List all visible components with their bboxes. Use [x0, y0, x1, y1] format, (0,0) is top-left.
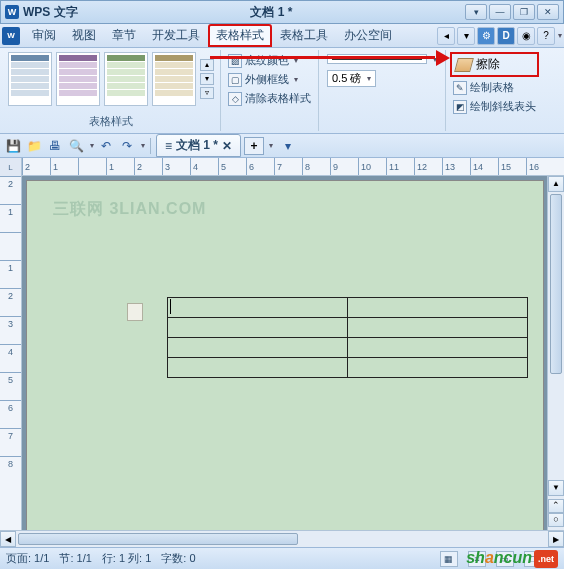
table-style-3[interactable]	[104, 52, 148, 106]
chevron-down-icon[interactable]: ▾	[90, 141, 94, 150]
tab-close-icon[interactable]: ✕	[222, 139, 232, 153]
horizontal-scrollbar[interactable]: ◀ ▶	[0, 530, 564, 547]
scroll-down-button[interactable]: ▼	[548, 480, 564, 496]
diagonal-icon: ◩	[453, 100, 467, 114]
horizontal-ruler[interactable]: L 2112345678910111213141516	[0, 158, 564, 176]
maximize-button[interactable]: ❐	[513, 4, 535, 20]
preview-button[interactable]: 🔍	[67, 137, 85, 155]
eraser-icon	[454, 58, 474, 72]
table-style-1[interactable]	[8, 52, 52, 106]
table-row[interactable]	[168, 338, 528, 358]
scroll-left-button[interactable]: ◀	[0, 531, 16, 547]
pencil-icon: ✎	[453, 81, 467, 95]
table-row[interactable]	[168, 298, 528, 318]
eraser-button[interactable]: 擦除	[450, 52, 539, 77]
chevron-down-icon: ▾	[294, 75, 298, 84]
table-style-2[interactable]	[56, 52, 100, 106]
vertical-scrollbar[interactable]: ▲ ▼ ⌃ ○	[547, 176, 564, 530]
outer-border-button[interactable]: ▢外侧框线▾	[225, 71, 314, 88]
chevron-down-icon: ▾	[294, 56, 298, 65]
scroll-right-button[interactable]: ▶	[548, 531, 564, 547]
app-name: WPS 文字	[23, 4, 78, 21]
help-icon[interactable]: ?	[537, 27, 555, 45]
wps-menu-button[interactable]: W	[2, 27, 20, 45]
shading-icon: ▨	[228, 54, 242, 68]
d-icon[interactable]: D	[497, 27, 515, 45]
scroll-thumb[interactable]	[550, 194, 562, 374]
settings-icon[interactable]: ⚙	[477, 27, 495, 45]
menu-bar: W 审阅 视图 章节 开发工具 表格样式 表格工具 办公空间 ◂ ▾ ⚙ D ◉…	[0, 24, 564, 48]
chevron-down-icon[interactable]: ▾	[141, 141, 145, 150]
ribbon-group-format: ▨底纹颜色▾ ▢外侧框线▾ ◇清除表格样式	[221, 50, 318, 131]
document-area[interactable]: 三联网 3LIAN.COM ▲ ▼ ⌃ ○	[22, 176, 564, 530]
embedded-object-icon[interactable]	[127, 303, 143, 321]
undo-button[interactable]: ↶	[97, 137, 115, 155]
document-tab[interactable]: ≡ 文档 1 * ✕	[156, 134, 241, 157]
style-gallery-scroll[interactable]: ▴▾▿	[200, 52, 214, 106]
watermark: 三联网 3LIAN.COM	[53, 199, 206, 220]
tab-chapter[interactable]: 章节	[104, 24, 144, 47]
dropdown-button[interactable]: ▾	[465, 4, 487, 20]
minimize-button[interactable]: —	[489, 4, 511, 20]
orb-icon[interactable]: ◉	[517, 27, 535, 45]
shading-color-button[interactable]: ▨底纹颜色▾	[225, 52, 314, 69]
status-section: 节: 1/1	[59, 551, 91, 566]
quick-access-toolbar: 💾 📁 🖶 🔍 ▾ ↶ ↷ ▾ ≡ 文档 1 * ✕ + ▾ ▾	[0, 134, 564, 158]
vertical-ruler[interactable]: 2112345678	[0, 176, 22, 530]
tab-table-tools[interactable]: 表格工具	[272, 24, 336, 47]
ruler-corner[interactable]: L	[0, 158, 22, 176]
chevron-down-icon[interactable]: ▾	[269, 141, 273, 150]
doc-tab-name: 文档 1 *	[176, 137, 218, 154]
document-title: 文档 1 *	[78, 4, 465, 21]
tab-office-space[interactable]: 办公空间	[336, 24, 400, 47]
tab-review[interactable]: 审阅	[24, 24, 64, 47]
save-button[interactable]: 💾	[4, 137, 22, 155]
document-table[interactable]	[167, 297, 528, 378]
tab-table-style[interactable]: 表格样式	[208, 24, 272, 47]
table-style-4[interactable]	[152, 52, 196, 106]
ribbon-group-styles: ▴▾▿ 表格样式	[2, 50, 221, 131]
help-dropdown-icon[interactable]: ▾	[558, 31, 562, 40]
redo-button[interactable]: ↷	[118, 137, 136, 155]
print-button[interactable]: 🖶	[46, 137, 64, 155]
add-tab-button[interactable]: +	[244, 137, 264, 155]
close-button[interactable]: ✕	[537, 4, 559, 20]
tab-list-button[interactable]: ▾	[279, 137, 297, 155]
nav-left-icon[interactable]: ◂	[437, 27, 455, 45]
prev-page-button[interactable]: ⌃	[548, 499, 564, 513]
tab-devtools[interactable]: 开发工具	[144, 24, 208, 47]
scroll-up-button[interactable]: ▲	[548, 176, 564, 192]
clear-style-button[interactable]: ◇清除表格样式	[225, 90, 314, 107]
ribbon-group-line: ▾ 0.5 磅▾	[318, 50, 445, 131]
nav-dropdown-icon[interactable]: ▾	[457, 27, 475, 45]
group-label-styles: 表格样式	[8, 112, 214, 129]
hscroll-thumb[interactable]	[18, 533, 298, 545]
table-row[interactable]	[168, 358, 528, 378]
tab-view[interactable]: 视图	[64, 24, 104, 47]
status-position: 行: 1 列: 1	[102, 551, 152, 566]
diagonal-header-button[interactable]: ◩绘制斜线表头	[450, 98, 539, 115]
view-print-layout[interactable]: ▦	[440, 551, 458, 567]
page[interactable]: 三联网 3LIAN.COM	[26, 180, 544, 530]
ribbon-group-draw: 擦除 ✎绘制表格 ◩绘制斜线表头	[445, 50, 543, 131]
clear-icon: ◇	[228, 92, 242, 106]
doc-icon: ≡	[165, 139, 172, 153]
open-button[interactable]: 📁	[25, 137, 43, 155]
line-style-selector[interactable]	[327, 54, 427, 64]
border-icon: ▢	[228, 73, 242, 87]
line-weight-selector[interactable]: 0.5 磅▾	[327, 70, 376, 87]
watermark-logo: shancun.net	[466, 549, 558, 568]
app-icon: W	[5, 5, 19, 19]
browse-object-button[interactable]: ○	[548, 513, 564, 527]
status-word-count: 字数: 0	[161, 551, 195, 566]
ribbon: ▴▾▿ 表格样式 ▨底纹颜色▾ ▢外侧框线▾ ◇清除表格样式 ▾ 0.5 磅▾ …	[0, 48, 564, 134]
status-page: 页面: 1/1	[6, 551, 49, 566]
table-row[interactable]	[168, 318, 528, 338]
title-bar: W WPS 文字 文档 1 * ▾ — ❐ ✕	[0, 0, 564, 24]
text-cursor	[170, 299, 171, 314]
draw-table-button[interactable]: ✎绘制表格	[450, 79, 539, 96]
